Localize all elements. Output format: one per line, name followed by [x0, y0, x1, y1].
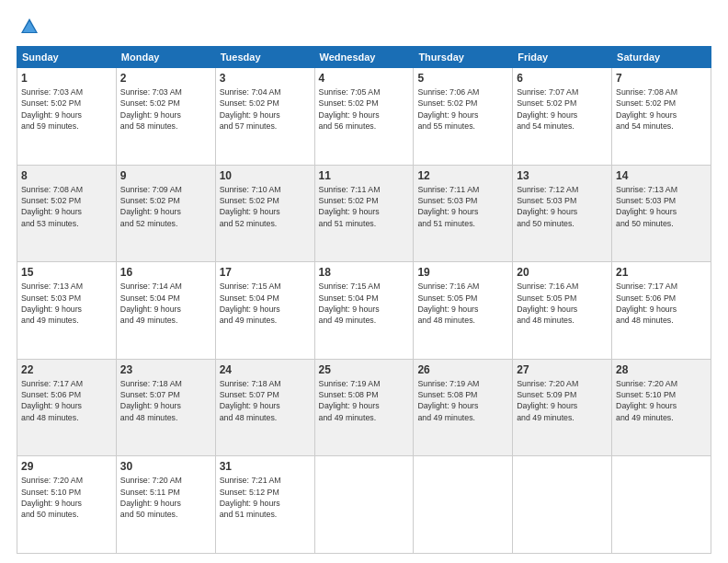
- calendar-week-row: 1Sunrise: 7:03 AM Sunset: 5:02 PM Daylig…: [17, 68, 711, 166]
- calendar-day-cell: 8Sunrise: 7:08 AM Sunset: 5:02 PM Daylig…: [17, 165, 117, 262]
- day-info: Sunrise: 7:16 AM Sunset: 5:05 PM Dayligh…: [517, 281, 608, 326]
- calendar-day-cell: 5Sunrise: 7:06 AM Sunset: 5:02 PM Daylig…: [414, 68, 513, 166]
- calendar-day-cell: 17Sunrise: 7:15 AM Sunset: 5:04 PM Dayli…: [215, 262, 314, 360]
- day-info: Sunrise: 7:06 AM Sunset: 5:02 PM Dayligh…: [417, 86, 508, 132]
- day-info: Sunrise: 7:20 AM Sunset: 5:10 PM Dayligh…: [21, 475, 112, 520]
- calendar-day-cell: 26Sunrise: 7:19 AM Sunset: 5:08 PM Dayli…: [414, 359, 513, 456]
- calendar-week-row: 8Sunrise: 7:08 AM Sunset: 5:02 PM Daylig…: [17, 165, 711, 262]
- day-info: Sunrise: 7:20 AM Sunset: 5:09 PM Dayligh…: [517, 378, 608, 423]
- day-number: 25: [319, 363, 410, 376]
- weekday-header-cell: Thursday: [414, 47, 513, 68]
- calendar-day-cell: 18Sunrise: 7:15 AM Sunset: 5:04 PM Dayli…: [314, 262, 414, 360]
- weekday-header-row: SundayMondayTuesdayWednesdayThursdayFrid…: [17, 47, 711, 68]
- weekday-header-cell: Friday: [513, 47, 612, 68]
- day-info: Sunrise: 7:08 AM Sunset: 5:02 PM Dayligh…: [21, 184, 112, 229]
- calendar-table: SundayMondayTuesdayWednesdayThursdayFrid…: [17, 46, 711, 554]
- calendar-day-cell: 31Sunrise: 7:21 AM Sunset: 5:12 PM Dayli…: [215, 456, 314, 554]
- logo-icon: [19, 17, 40, 37]
- day-number: 19: [417, 266, 508, 279]
- day-info: Sunrise: 7:20 AM Sunset: 5:11 PM Dayligh…: [120, 475, 211, 520]
- weekday-header-cell: Monday: [116, 47, 215, 68]
- calendar-day-cell: 6Sunrise: 7:07 AM Sunset: 5:02 PM Daylig…: [513, 68, 612, 166]
- day-number: 14: [616, 169, 707, 182]
- day-info: Sunrise: 7:05 AM Sunset: 5:02 PM Dayligh…: [319, 86, 410, 132]
- day-info: Sunrise: 7:14 AM Sunset: 5:04 PM Dayligh…: [120, 281, 211, 326]
- calendar-day-cell: 2Sunrise: 7:03 AM Sunset: 5:02 PM Daylig…: [116, 68, 215, 166]
- day-number: 23: [120, 363, 211, 376]
- calendar-day-cell: 16Sunrise: 7:14 AM Sunset: 5:04 PM Dayli…: [116, 262, 215, 360]
- calendar-day-cell: [414, 456, 513, 554]
- day-number: 15: [21, 266, 112, 279]
- logo: [17, 17, 40, 37]
- day-info: Sunrise: 7:12 AM Sunset: 5:03 PM Dayligh…: [517, 184, 608, 229]
- weekday-header-cell: Sunday: [17, 47, 117, 68]
- calendar-page: SundayMondayTuesdayWednesdayThursdayFrid…: [0, 0, 728, 563]
- calendar-day-cell: [314, 456, 414, 554]
- calendar-day-cell: 1Sunrise: 7:03 AM Sunset: 5:02 PM Daylig…: [17, 68, 117, 166]
- calendar-week-row: 29Sunrise: 7:20 AM Sunset: 5:10 PM Dayli…: [17, 456, 711, 554]
- calendar-day-cell: 21Sunrise: 7:17 AM Sunset: 5:06 PM Dayli…: [612, 262, 711, 360]
- day-info: Sunrise: 7:15 AM Sunset: 5:04 PM Dayligh…: [220, 281, 311, 326]
- day-number: 17: [220, 266, 311, 279]
- day-number: 1: [21, 72, 112, 85]
- calendar-day-cell: 14Sunrise: 7:13 AM Sunset: 5:03 PM Dayli…: [612, 165, 711, 262]
- day-info: Sunrise: 7:17 AM Sunset: 5:06 PM Dayligh…: [616, 281, 707, 326]
- day-number: 11: [319, 169, 410, 182]
- day-info: Sunrise: 7:07 AM Sunset: 5:02 PM Dayligh…: [517, 86, 608, 132]
- day-info: Sunrise: 7:19 AM Sunset: 5:08 PM Dayligh…: [417, 378, 508, 423]
- calendar-week-row: 15Sunrise: 7:13 AM Sunset: 5:03 PM Dayli…: [17, 262, 711, 360]
- day-number: 7: [616, 72, 707, 85]
- day-number: 24: [220, 363, 311, 376]
- day-info: Sunrise: 7:15 AM Sunset: 5:04 PM Dayligh…: [319, 281, 410, 326]
- day-number: 31: [220, 460, 311, 473]
- calendar-day-cell: [513, 456, 612, 554]
- day-number: 29: [21, 460, 112, 473]
- day-number: 13: [517, 169, 608, 182]
- day-info: Sunrise: 7:11 AM Sunset: 5:02 PM Dayligh…: [319, 184, 410, 229]
- day-number: 26: [417, 363, 508, 376]
- day-info: Sunrise: 7:08 AM Sunset: 5:02 PM Dayligh…: [616, 86, 707, 132]
- day-info: Sunrise: 7:18 AM Sunset: 5:07 PM Dayligh…: [220, 378, 311, 423]
- calendar-day-cell: 20Sunrise: 7:16 AM Sunset: 5:05 PM Dayli…: [513, 262, 612, 360]
- day-number: 27: [517, 363, 608, 376]
- weekday-header-cell: Saturday: [612, 47, 711, 68]
- calendar-day-cell: 29Sunrise: 7:20 AM Sunset: 5:10 PM Dayli…: [17, 456, 117, 554]
- day-number: 4: [319, 72, 410, 85]
- day-info: Sunrise: 7:18 AM Sunset: 5:07 PM Dayligh…: [120, 378, 211, 423]
- day-info: Sunrise: 7:20 AM Sunset: 5:10 PM Dayligh…: [616, 378, 707, 423]
- day-info: Sunrise: 7:19 AM Sunset: 5:08 PM Dayligh…: [319, 378, 410, 423]
- calendar-day-cell: 23Sunrise: 7:18 AM Sunset: 5:07 PM Dayli…: [116, 359, 215, 456]
- calendar-day-cell: 13Sunrise: 7:12 AM Sunset: 5:03 PM Dayli…: [513, 165, 612, 262]
- day-info: Sunrise: 7:13 AM Sunset: 5:03 PM Dayligh…: [21, 281, 112, 326]
- calendar-day-cell: 15Sunrise: 7:13 AM Sunset: 5:03 PM Dayli…: [17, 262, 117, 360]
- calendar-day-cell: [612, 456, 711, 554]
- calendar-day-cell: 11Sunrise: 7:11 AM Sunset: 5:02 PM Dayli…: [314, 165, 414, 262]
- calendar-day-cell: 27Sunrise: 7:20 AM Sunset: 5:09 PM Dayli…: [513, 359, 612, 456]
- weekday-header-cell: Tuesday: [215, 47, 314, 68]
- day-info: Sunrise: 7:03 AM Sunset: 5:02 PM Dayligh…: [21, 86, 112, 132]
- day-number: 22: [21, 363, 112, 376]
- day-info: Sunrise: 7:17 AM Sunset: 5:06 PM Dayligh…: [21, 378, 112, 423]
- day-info: Sunrise: 7:03 AM Sunset: 5:02 PM Dayligh…: [120, 86, 211, 132]
- day-number: 30: [120, 460, 211, 473]
- calendar-day-cell: 22Sunrise: 7:17 AM Sunset: 5:06 PM Dayli…: [17, 359, 117, 456]
- calendar-week-row: 22Sunrise: 7:17 AM Sunset: 5:06 PM Dayli…: [17, 359, 711, 456]
- calendar-day-cell: 19Sunrise: 7:16 AM Sunset: 5:05 PM Dayli…: [414, 262, 513, 360]
- day-info: Sunrise: 7:13 AM Sunset: 5:03 PM Dayligh…: [616, 184, 707, 229]
- calendar-day-cell: 24Sunrise: 7:18 AM Sunset: 5:07 PM Dayli…: [215, 359, 314, 456]
- day-info: Sunrise: 7:04 AM Sunset: 5:02 PM Dayligh…: [220, 86, 311, 132]
- day-info: Sunrise: 7:10 AM Sunset: 5:02 PM Dayligh…: [220, 184, 311, 229]
- calendar-day-cell: 30Sunrise: 7:20 AM Sunset: 5:11 PM Dayli…: [116, 456, 215, 554]
- day-number: 28: [616, 363, 707, 376]
- day-number: 16: [120, 266, 211, 279]
- calendar-day-cell: 7Sunrise: 7:08 AM Sunset: 5:02 PM Daylig…: [612, 68, 711, 166]
- day-number: 21: [616, 266, 707, 279]
- header: [17, 17, 711, 37]
- calendar-day-cell: 9Sunrise: 7:09 AM Sunset: 5:02 PM Daylig…: [116, 165, 215, 262]
- calendar-day-cell: 10Sunrise: 7:10 AM Sunset: 5:02 PM Dayli…: [215, 165, 314, 262]
- calendar-body: 1Sunrise: 7:03 AM Sunset: 5:02 PM Daylig…: [17, 68, 711, 554]
- day-number: 3: [220, 72, 311, 85]
- calendar-day-cell: 25Sunrise: 7:19 AM Sunset: 5:08 PM Dayli…: [314, 359, 414, 456]
- calendar-day-cell: 12Sunrise: 7:11 AM Sunset: 5:03 PM Dayli…: [414, 165, 513, 262]
- day-info: Sunrise: 7:21 AM Sunset: 5:12 PM Dayligh…: [220, 475, 311, 520]
